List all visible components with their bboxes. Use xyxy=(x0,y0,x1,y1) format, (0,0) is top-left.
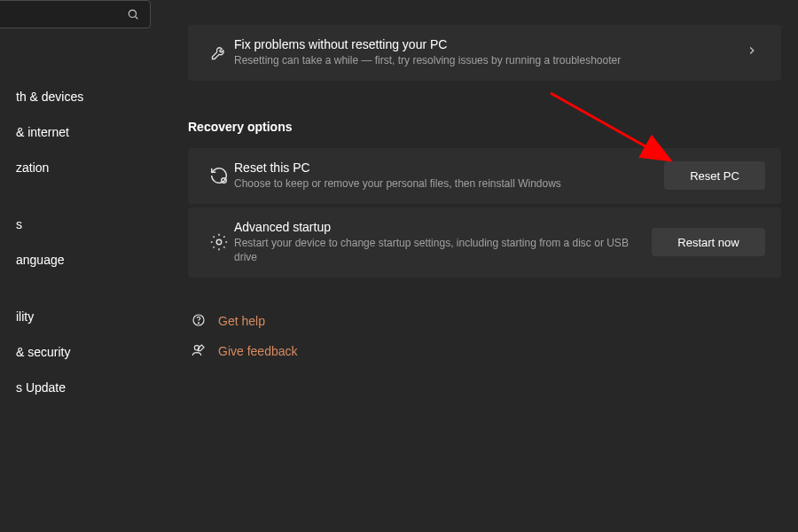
sidebar-item-label: ility xyxy=(16,309,34,324)
reset-pc-button[interactable]: Reset PC xyxy=(664,161,765,190)
chevron-right-icon xyxy=(739,44,765,60)
link-label: Get help xyxy=(218,314,265,328)
svg-line-1 xyxy=(135,16,137,19)
search-input[interactable] xyxy=(0,0,151,28)
sidebar-item-label: & internet xyxy=(16,125,69,139)
reset-pc-card: Reset this PC Choose to keep or remove y… xyxy=(188,148,781,204)
troubleshoot-card[interactable]: Fix problems without resetting your PC R… xyxy=(188,25,781,81)
sidebar-item[interactable]: anguage xyxy=(0,243,151,277)
card-title: Reset this PC xyxy=(234,160,653,175)
sidebar-item[interactable]: s xyxy=(0,207,151,241)
sidebar-item-label: zation xyxy=(16,160,49,175)
sidebar-item-label: th & devices xyxy=(16,90,83,104)
advanced-startup-card: Advanced startup Restart your device to … xyxy=(188,207,781,278)
sidebar-item[interactable]: & internet xyxy=(0,115,151,149)
card-text: Advanced startup Restart your device to … xyxy=(234,220,652,266)
sidebar-item[interactable]: zation xyxy=(0,151,151,184)
card-desc: Restart your device to change startup se… xyxy=(234,236,641,266)
sidebar-item-label: s Update xyxy=(16,380,66,395)
main-content: Fix problems without resetting your PC R… xyxy=(188,0,798,532)
sidebar-item-label: & security xyxy=(16,345,70,359)
card-title: Advanced startup xyxy=(234,220,641,234)
card-text: Fix problems without resetting your PC R… xyxy=(234,37,739,68)
sidebar-item-label: anguage xyxy=(16,253,65,267)
svg-point-0 xyxy=(129,10,136,17)
link-label: Give feedback xyxy=(218,344,298,358)
reset-icon xyxy=(204,166,234,185)
gear-restart-icon xyxy=(204,232,234,252)
sidebar-nav: th & devices & internet zation s anguage… xyxy=(0,80,151,406)
give-feedback-link[interactable]: Give feedback xyxy=(188,336,798,366)
section-header: Recovery options xyxy=(188,120,798,134)
card-title: Fix problems without resetting your PC xyxy=(234,37,728,51)
svg-point-5 xyxy=(198,322,199,323)
svg-point-3 xyxy=(216,240,222,246)
search-icon xyxy=(127,8,139,23)
sidebar-item[interactable]: th & devices xyxy=(0,80,151,113)
sidebar-item[interactable]: & security xyxy=(0,335,151,369)
get-help-link[interactable]: Get help xyxy=(188,306,798,336)
card-text: Reset this PC Choose to keep or remove y… xyxy=(234,160,664,192)
sidebar: th & devices & internet zation s anguage… xyxy=(0,0,151,532)
sidebar-item[interactable]: ility xyxy=(0,300,151,333)
help-links: Get help Give feedback xyxy=(188,306,798,366)
restart-now-button[interactable]: Restart now xyxy=(652,228,765,256)
wrench-icon xyxy=(204,43,234,61)
sidebar-item-label: s xyxy=(16,217,22,231)
help-icon xyxy=(192,313,218,330)
card-desc: Choose to keep or remove your personal f… xyxy=(234,176,653,192)
feedback-icon xyxy=(192,343,218,360)
sidebar-item[interactable]: s Update xyxy=(0,371,151,404)
card-desc: Resetting can take a while — first, try … xyxy=(234,53,728,68)
